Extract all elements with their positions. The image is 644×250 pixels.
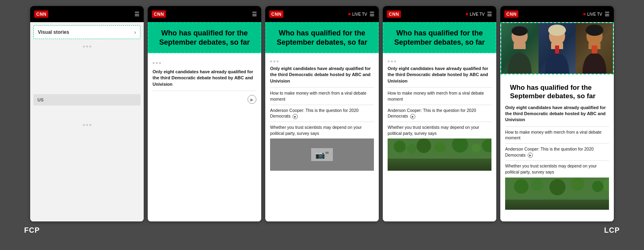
- svg-point-29: [592, 181, 603, 192]
- cnn-header-1: CNN ☰: [30, 6, 144, 22]
- play-button-2[interactable]: ▶: [248, 95, 256, 104]
- divider-4b: [388, 105, 491, 105]
- header-right-1: ☰: [134, 11, 140, 17]
- article-subtext-5: Only eight candidates have already quali…: [505, 105, 609, 123]
- article-link-5-1[interactable]: Anderson Cooper: This is the question fo…: [505, 146, 609, 158]
- divider-4a: [388, 87, 491, 88]
- article-subtext-2: Only eight candidates have already quali…: [153, 69, 256, 87]
- visual-stories-label: Visual stories: [38, 29, 69, 35]
- svg-rect-1: [388, 159, 491, 171]
- dot-6: [89, 124, 91, 126]
- article-subtext-4: Only eight candidates have already quali…: [388, 66, 491, 84]
- svg-point-27: [549, 179, 566, 195]
- dot-a2: [156, 62, 158, 64]
- article-link-3-2[interactable]: Whether you trust scientists may depend …: [270, 124, 374, 136]
- svg-rect-22: [592, 45, 597, 54]
- article-link-4-1[interactable]: Anderson Cooper: This is the question fo…: [388, 107, 491, 119]
- svg-point-21: [586, 25, 603, 36]
- svg-point-25: [514, 179, 528, 194]
- live-tv-label-5: LIVE TV: [587, 12, 602, 17]
- header-right-4: LIVE TV ☰: [466, 11, 492, 17]
- cnn-logo-2: CNN: [152, 10, 166, 18]
- visual-stories-bar[interactable]: Visual stories ›: [33, 25, 140, 39]
- lcp-label: LCP: [604, 226, 620, 235]
- header-right-3: LIVE TV ☰: [348, 11, 375, 17]
- article-link-5-2[interactable]: Whether you trust scientists may depend …: [505, 163, 609, 175]
- svg-point-7: [472, 144, 481, 153]
- phone-frame-3: CNN LIVE TV ☰ Who has qualified for the …: [265, 6, 379, 221]
- divider-5a: [505, 126, 609, 127]
- svg-point-4: [417, 138, 431, 153]
- phone-frame-5: CNN LIVE TV ☰: [500, 6, 614, 221]
- article-content-2: Only eight candidates have already quali…: [148, 53, 261, 221]
- divider-3c: [270, 122, 374, 122]
- dot-5: [86, 124, 88, 126]
- article-link-3-1[interactable]: Anderson Cooper: This is the question fo…: [270, 107, 374, 119]
- video-placeholder-3: 📷": [270, 138, 374, 171]
- article-content-3: Only eight candidates have already quali…: [265, 53, 379, 221]
- cnn-logo-1: CNN: [34, 10, 48, 18]
- us-section: US: [33, 94, 140, 105]
- divider-3b: [270, 105, 374, 105]
- live-tv-label-4: LIVE TV: [470, 12, 485, 17]
- hamburger-icon-1[interactable]: ☰: [134, 11, 140, 17]
- candidate-3: [576, 23, 613, 74]
- phone5-content: Who has qualified for the September deba…: [500, 22, 614, 221]
- svg-point-26: [531, 179, 543, 191]
- cnn-header-2: CNN ☰: [148, 6, 261, 22]
- hamburger-icon-4[interactable]: ☰: [487, 11, 492, 17]
- article-headline-4: Who has qualified for the September deba…: [383, 22, 496, 53]
- dot-c3: [394, 60, 396, 62]
- header-right-2: ☰: [252, 11, 257, 17]
- phone-frame-2: CNN ☰ Who has qualified for the Septembe…: [148, 6, 261, 221]
- dot-b2: [273, 60, 275, 62]
- play-icon-3: ▶: [293, 114, 298, 119]
- dot-c1: [388, 60, 390, 62]
- hamburger-icon-3[interactable]: ☰: [369, 11, 375, 17]
- hamburger-icon-2[interactable]: ☰: [252, 11, 257, 17]
- outdoor-image-5: [505, 178, 609, 210]
- live-tv-badge-4: LIVE TV: [466, 12, 485, 17]
- phone1-content: Visual stories › US: [30, 22, 144, 221]
- hamburger-icon-5[interactable]: ☰: [605, 11, 610, 17]
- live-dot-3: [348, 13, 351, 15]
- divider-5b: [505, 143, 609, 144]
- svg-point-28: [571, 178, 584, 191]
- play-icon-4: ▶: [410, 114, 415, 119]
- article-link-5-0[interactable]: How to make money with merch from a vira…: [505, 129, 609, 141]
- dot-a1: [153, 62, 155, 64]
- live-tv-label-3: LIVE TV: [352, 12, 367, 17]
- svg-point-2: [394, 140, 406, 153]
- article-link-3-0[interactable]: How to make money with merch from a vira…: [270, 90, 374, 102]
- video-text-3: 📷": [311, 148, 333, 161]
- article-content-5: Who has qualified for the September deba…: [500, 74, 614, 221]
- dot-1: [83, 45, 85, 48]
- screenshots-row: CNN ☰ Visual stories › US: [0, 0, 644, 221]
- svg-point-16: [548, 25, 566, 36]
- cnn-header-5: CNN LIVE TV ☰: [500, 6, 614, 22]
- candidate-1: [501, 23, 539, 74]
- article-headline-5: Who has qualified for the September deba…: [505, 79, 609, 105]
- divider-4c: [388, 122, 491, 122]
- outdoor-image-4: [388, 138, 491, 171]
- cnn-logo-3: CNN: [269, 10, 283, 18]
- article-content-4: Only eight candidates have already quali…: [383, 53, 496, 221]
- bottom-labels: FCP LCP: [0, 223, 644, 238]
- article-link-4-2[interactable]: Whether you trust scientists may depend …: [388, 124, 491, 136]
- divider-5c: [505, 160, 609, 161]
- dot-3: [89, 45, 91, 48]
- dot-c2: [391, 60, 393, 62]
- fcp-label: FCP: [24, 226, 40, 235]
- article-link-4-0[interactable]: How to make money with merch from a vira…: [388, 90, 491, 102]
- header-right-5: LIVE TV ☰: [583, 11, 610, 17]
- play-icon-5: ▶: [528, 153, 533, 158]
- candidate-2: [539, 23, 576, 74]
- svg-point-5: [434, 142, 446, 153]
- svg-point-3: [407, 144, 417, 153]
- loading-dots-2: [30, 121, 144, 129]
- dot-a3: [159, 62, 161, 64]
- phone-frame-1: CNN ☰ Visual stories › US: [30, 6, 144, 221]
- live-tv-badge-5: LIVE TV: [583, 12, 602, 17]
- cnn-logo-4: CNN: [387, 10, 401, 18]
- svg-rect-17: [555, 45, 559, 54]
